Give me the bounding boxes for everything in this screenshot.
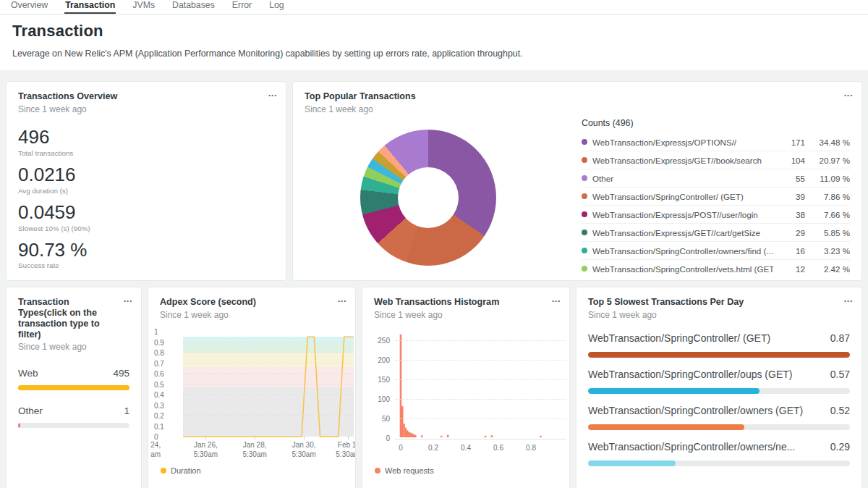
- type-label: Web: [18, 368, 38, 379]
- slowest-transaction-row[interactable]: WebTransaction/SpringController/oups (GE…: [588, 369, 850, 394]
- transaction-percent: 2.42 %: [805, 264, 850, 274]
- transaction-percent: 5.85 %: [805, 228, 850, 237]
- type-bar-track: [18, 423, 129, 428]
- legend-row[interactable]: WebTransaction/Expressjs/POST//user/logi…: [582, 206, 850, 224]
- transaction-type-row[interactable]: Other 1: [18, 405, 129, 428]
- slowest-transaction-row[interactable]: WebTransaction/SpringController/owners/n…: [588, 441, 850, 466]
- legend-row[interactable]: Other 55 11.09 %: [582, 169, 850, 188]
- transaction-count: 104: [773, 156, 805, 165]
- metric-value: 0.0459: [18, 202, 274, 224]
- x-tick-label: 0: [399, 444, 403, 452]
- y-tick-label: 0.3: [154, 401, 164, 409]
- transaction-name: WebTransaction/Expressjs/OPTIONS//: [592, 138, 773, 147]
- slowest-transaction-row[interactable]: WebTransaction/SpringController/owners (…: [588, 405, 850, 430]
- y-tick-label: 0.6: [154, 370, 164, 378]
- slowest-line: WebTransaction/SpringController/oups (GE…: [588, 369, 850, 380]
- nav-tab[interactable]: Log: [268, 0, 285, 14]
- card-title: Web Transactions Histogram: [374, 297, 558, 308]
- type-bar-track: [18, 385, 129, 390]
- transaction-percent: 34.48 %: [805, 138, 850, 147]
- legend-row[interactable]: WebTransaction/SpringController/owners/f…: [582, 242, 850, 260]
- metric-label: Total transactions: [18, 149, 274, 157]
- metric-list: 496 Total transactions 0.0216 Avg durati…: [18, 127, 274, 281]
- y-tick-label: 0.2: [154, 412, 164, 420]
- overflow-menu-icon[interactable]: ...: [124, 294, 132, 303]
- card-time-range: Since 1 week ago: [18, 104, 274, 114]
- y-tick-label: 0.8: [154, 349, 164, 357]
- page-title: Transaction: [12, 22, 856, 41]
- y-tick-label: 0.9: [154, 338, 164, 346]
- overflow-menu-icon[interactable]: ...: [552, 294, 561, 303]
- overflow-menu-icon[interactable]: ...: [268, 88, 277, 98]
- legend-row[interactable]: WebTransaction/SpringController/vets.htm…: [582, 260, 850, 275]
- metric: 0.0216 Avg duration (s): [18, 164, 274, 195]
- series-color-dot: [582, 230, 587, 235]
- legend-row[interactable]: WebTransaction/Expressjs/GET//book/searc…: [582, 151, 850, 169]
- dashboard-row-1: Transactions Overview Since 1 week ago .…: [6, 81, 862, 281]
- card-time-range: Since 1 week ago: [160, 310, 344, 320]
- series-color-dot: [582, 139, 587, 145]
- x-tick-label: 24,am: [150, 441, 161, 459]
- type-bar-fill: [18, 423, 20, 428]
- histogram-chart: [395, 329, 566, 439]
- overflow-menu-icon[interactable]: ...: [844, 88, 853, 98]
- series-color-dot: [582, 248, 587, 253]
- metric-label: Avg duration (s): [18, 187, 274, 195]
- y-tick-label: 0.7: [154, 359, 164, 367]
- dashboard-row-2: Transaction Types(click on the transacti…: [6, 287, 862, 488]
- transaction-percent: 3.23 %: [805, 246, 850, 256]
- y-tick-label: 250: [378, 337, 390, 345]
- legend-title: Counts (496): [582, 118, 850, 128]
- y-tick-label: 150: [378, 376, 390, 384]
- slowest-line: WebTransaction/SpringController/owners (…: [588, 405, 850, 416]
- x-tick-label: Jan 28,5:30am: [242, 441, 266, 459]
- nav-tab[interactable]: Overview: [10, 0, 48, 14]
- metric-value: 90.73 %: [18, 240, 274, 261]
- donut-chart[interactable]: [360, 130, 496, 266]
- legend-label: Web requests: [385, 466, 434, 475]
- transaction-name: WebTransaction/SpringController/vets.htm…: [592, 264, 773, 274]
- y-tick-label: 0.5: [154, 380, 164, 388]
- transaction-count: 39: [773, 192, 805, 201]
- type-label: Other: [18, 405, 43, 416]
- y-axis-labels: 250200150100500: [362, 329, 390, 439]
- transaction-name: WebTransaction/SpringController/oups (GE…: [588, 369, 792, 380]
- nav-tab[interactable]: Transaction: [64, 0, 116, 14]
- duration-bar-track: [588, 352, 850, 358]
- transaction-name: WebTransaction/SpringController/ (GET): [588, 332, 770, 344]
- y-tick-label: 0: [386, 434, 390, 442]
- transaction-name: WebTransaction/SpringController/owners/n…: [588, 441, 795, 453]
- slowest-rows: WebTransaction/SpringController/ (GET) 0…: [588, 332, 850, 466]
- nav-tab[interactable]: Error: [231, 0, 252, 14]
- slowest-transaction-row[interactable]: WebTransaction/SpringController/ (GET) 0…: [588, 332, 850, 358]
- overflow-menu-icon[interactable]: ...: [844, 294, 853, 303]
- card-title: Adpex Score (second): [160, 297, 344, 308]
- y-tick-label: 50: [382, 415, 390, 423]
- y-tick-label: 0.1: [154, 422, 164, 430]
- transaction-percent: 20.97 %: [805, 156, 850, 165]
- type-value: 495: [113, 368, 129, 379]
- nav-tab[interactable]: JVMs: [132, 0, 156, 14]
- transaction-count: 16: [773, 246, 805, 256]
- legend-row[interactable]: WebTransaction/SpringController/ (GET) 3…: [582, 188, 850, 206]
- legend-row[interactable]: WebTransaction/Expressjs/GET//cart/getSi…: [582, 224, 850, 242]
- nav-tab[interactable]: Databases: [171, 0, 216, 14]
- transaction-type-row[interactable]: Web 495: [18, 368, 129, 390]
- y-tick-label: 1: [154, 328, 158, 336]
- metric-value: 0.0216: [18, 164, 274, 186]
- top-tab-bar: Overview Transaction JVMs Databases Erro…: [0, 0, 868, 14]
- type-line: Other 1: [18, 405, 129, 416]
- x-tick-label: Feb 1,5:30am: [336, 441, 356, 459]
- transaction-count: 38: [773, 210, 805, 219]
- x-tick-label: 0.4: [461, 444, 471, 452]
- y-tick-label: 100: [378, 395, 390, 403]
- duration-bar-track: [588, 460, 850, 466]
- metric-value: 9.27 %: [18, 277, 274, 281]
- transaction-count: 12: [773, 264, 805, 274]
- metric-value: 496: [18, 127, 274, 148]
- transaction-count: 55: [773, 174, 805, 183]
- legend-row[interactable]: WebTransaction/Expressjs/OPTIONS// 171 3…: [582, 133, 850, 151]
- overflow-menu-icon[interactable]: ...: [338, 294, 346, 303]
- web-requests-series-dot: [375, 468, 380, 474]
- transaction-name: Other: [592, 174, 773, 183]
